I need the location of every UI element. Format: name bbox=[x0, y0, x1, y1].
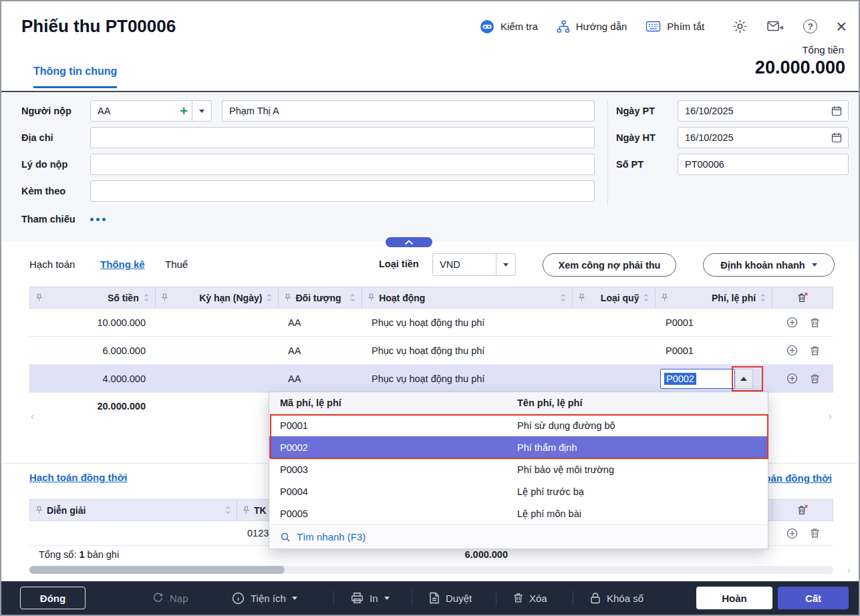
delete-all-rows-icon[interactable] bbox=[797, 504, 809, 516]
collapse-form-button[interactable] bbox=[386, 237, 432, 247]
tab-tax[interactable]: Thuế bbox=[165, 259, 188, 270]
view-receivables-button[interactable]: Xem công nợ phải thu bbox=[543, 253, 676, 277]
delete-row-icon[interactable] bbox=[810, 528, 820, 538]
payer-dropdown-toggle[interactable] bbox=[192, 101, 211, 121]
tab-accounting[interactable]: Hạch toán bbox=[29, 259, 75, 270]
add-row-icon[interactable] bbox=[786, 373, 798, 384]
cell-fee: P0001 bbox=[656, 309, 773, 336]
approve-button[interactable]: Duyệt bbox=[429, 581, 472, 615]
utilities-button[interactable]: Tiện ích bbox=[232, 581, 297, 615]
calendar-icon[interactable] bbox=[831, 106, 848, 116]
fee-option[interactable]: P0004 Lệ phí trước bạ bbox=[269, 480, 768, 502]
voucher-no-label: Số PT bbox=[616, 154, 675, 175]
check-label: Kiểm tra bbox=[500, 21, 538, 32]
quick-entry-button[interactable]: Định khoản nhanh bbox=[703, 253, 835, 277]
sort-icon[interactable] bbox=[560, 293, 567, 302]
sort-icon[interactable] bbox=[225, 506, 231, 514]
scroll-left-icon[interactable]: ‹ bbox=[31, 410, 34, 422]
cell-term bbox=[155, 365, 279, 392]
scroll-right-icon[interactable]: › bbox=[829, 410, 832, 422]
calendar-icon[interactable] bbox=[831, 132, 848, 143]
delete-row-icon[interactable] bbox=[810, 373, 820, 384]
payer-name-input[interactable]: Phạm Thị A bbox=[222, 100, 595, 122]
undo-button[interactable]: Hoàn bbox=[696, 587, 772, 609]
payer-code-value: AA bbox=[91, 106, 176, 116]
currency-dropdown-toggle[interactable] bbox=[496, 254, 515, 275]
col-header-description[interactable]: Diễn giải bbox=[30, 500, 237, 520]
grid-row-selected[interactable]: 4.000.000 AA Phục vụ hoạt động thu phí P… bbox=[29, 365, 833, 393]
close-icon[interactable]: × bbox=[836, 20, 847, 33]
col-header-activity[interactable]: Hoạt động bbox=[362, 287, 572, 308]
grid-row[interactable]: 10.000.000 AA Phục vụ hoạt động thu phí … bbox=[29, 309, 833, 337]
attachment-input[interactable] bbox=[90, 180, 595, 202]
fee-option-selected[interactable]: P0002 Phí thẩm định bbox=[269, 436, 768, 458]
chevron-down-icon bbox=[199, 110, 204, 113]
scroll-right-icon[interactable]: › bbox=[847, 564, 851, 575]
popup-col-name: Tên phí, lệ phí bbox=[507, 398, 768, 408]
date-pt-value: 16/10/2025 bbox=[678, 106, 831, 116]
delete-button[interactable]: Xóa bbox=[513, 581, 547, 615]
reload-button[interactable]: Nạp bbox=[152, 581, 188, 615]
fee-dropdown-toggle[interactable] bbox=[735, 369, 753, 389]
col-header-object[interactable]: Đối tượng bbox=[279, 287, 362, 308]
shortcut-button[interactable]: Phím tắt bbox=[646, 21, 704, 32]
col-header-fee[interactable]: Phí, lệ phí bbox=[656, 287, 772, 308]
lock-button[interactable]: Khóa sổ bbox=[590, 581, 643, 615]
address-input[interactable] bbox=[90, 127, 595, 148]
date-ht-input[interactable]: 16/10/2025 bbox=[678, 127, 849, 148]
reason-input[interactable] bbox=[90, 154, 595, 175]
col-header-amount[interactable]: Số tiền bbox=[30, 287, 156, 308]
fee-option[interactable]: P0001 Phí sử dụng đường bộ bbox=[269, 414, 768, 436]
delete-all-rows-icon[interactable] bbox=[797, 292, 809, 303]
send-mail-icon[interactable] bbox=[766, 20, 784, 33]
close-button[interactable]: Đóng bbox=[20, 587, 86, 609]
add-row-icon[interactable] bbox=[786, 317, 798, 328]
scrollbar-thumb[interactable] bbox=[29, 566, 285, 574]
fee-option[interactable]: P0003 Phí bảo vệ môi trường bbox=[269, 458, 768, 480]
tab-statistics[interactable]: Thống kê bbox=[100, 259, 145, 270]
shortcut-label: Phím tắt bbox=[667, 21, 704, 32]
currency-select[interactable]: VND bbox=[432, 253, 516, 276]
guide-button[interactable]: Hướng dẫn bbox=[557, 20, 627, 33]
fee-option[interactable]: P0005 Lệ phí môn bài bbox=[269, 502, 768, 524]
grid-row[interactable]: 6.000.000 AA Phục vụ hoạt động thu phí P… bbox=[29, 337, 833, 365]
header-toolbar: Kiểm tra Hướng dẫn Phím tắt ? × bbox=[480, 19, 847, 34]
check-button[interactable]: Kiểm tra bbox=[480, 19, 538, 34]
fee-combobox-input[interactable]: P0002 bbox=[660, 369, 735, 389]
simultaneous-accounting-link[interactable]: Hạch toán đồng thời bbox=[29, 472, 127, 483]
total-amount-value: 20.000.000 bbox=[755, 57, 845, 78]
add-row-icon[interactable] bbox=[786, 528, 798, 539]
delete-row-icon[interactable] bbox=[810, 345, 820, 356]
pin-icon bbox=[243, 506, 250, 514]
help-icon[interactable]: ? bbox=[803, 19, 817, 33]
quick-search-button[interactable]: Tìm nhanh (F3) bbox=[269, 524, 768, 549]
print-button[interactable]: In bbox=[351, 581, 390, 615]
search-icon bbox=[280, 532, 291, 543]
sort-icon[interactable] bbox=[643, 293, 650, 302]
add-payer-icon[interactable]: + bbox=[176, 104, 192, 118]
sort-icon[interactable] bbox=[266, 293, 273, 302]
delete-row-icon[interactable] bbox=[810, 317, 820, 328]
fee-selected-text: P0002 bbox=[664, 373, 696, 385]
add-row-icon[interactable] bbox=[786, 345, 798, 356]
reference-ellipsis-button[interactable] bbox=[90, 208, 106, 230]
sort-icon[interactable] bbox=[760, 293, 766, 302]
attachment-label: Kèm theo bbox=[21, 180, 88, 202]
horizontal-scrollbar[interactable] bbox=[29, 566, 833, 574]
sort-icon[interactable] bbox=[349, 293, 356, 302]
cell-term bbox=[155, 337, 279, 364]
sort-icon[interactable] bbox=[143, 293, 150, 302]
sitemap-icon bbox=[557, 20, 570, 33]
col-header-term[interactable]: Kỳ hạn (Ngày) bbox=[156, 287, 279, 308]
chevron-down-icon bbox=[812, 263, 817, 267]
settings-gear-icon[interactable] bbox=[732, 19, 748, 34]
col-header-fund[interactable]: Loại quỹ bbox=[573, 287, 656, 308]
payer-code-combobox[interactable]: AA + bbox=[90, 100, 212, 122]
save-button[interactable]: Cất bbox=[778, 587, 849, 609]
date-pt-input[interactable]: 16/10/2025 bbox=[678, 100, 849, 122]
col-header-actions bbox=[772, 287, 833, 308]
cell-actions bbox=[773, 337, 833, 364]
voucher-no-input[interactable]: PT00006 bbox=[678, 154, 849, 175]
tab-general-info[interactable]: Thông tin chung bbox=[33, 65, 117, 88]
pin-icon bbox=[284, 293, 291, 302]
